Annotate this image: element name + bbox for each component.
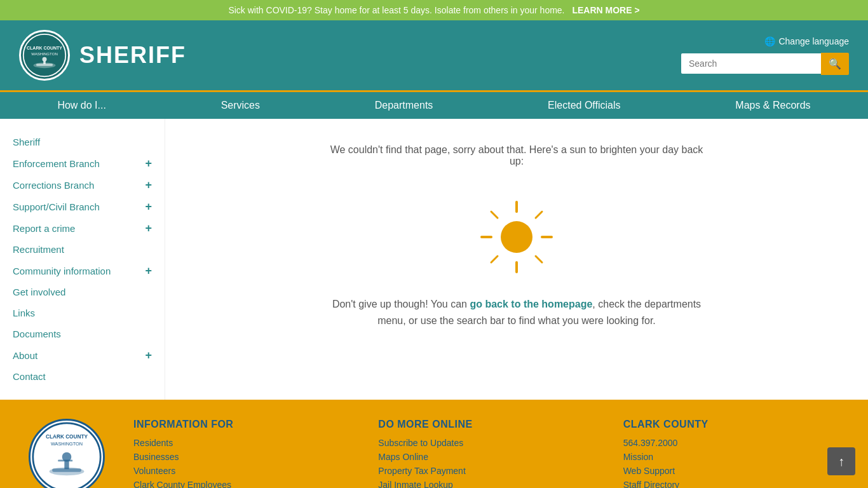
nav-elected-officials[interactable]: Elected Officials: [535, 92, 633, 119]
nav-how-do-i[interactable]: How do I...: [44, 92, 118, 119]
sun-svg: [478, 199, 555, 275]
sidebar-item-links[interactable]: Links: [0, 302, 165, 323]
svg-rect-23: [58, 460, 72, 462]
footer-phone: 564.397.2000: [623, 438, 843, 448]
footer-logo: CLARK COUNTY WASHINGTON proud past, prom…: [25, 419, 108, 488]
svg-line-12: [536, 256, 542, 262]
nav-services[interactable]: Services: [208, 92, 273, 119]
svg-line-13: [536, 212, 542, 218]
footer-link-employees[interactable]: Clark County Employees: [133, 480, 353, 488]
expand-about[interactable]: +: [145, 349, 152, 361]
expand-support-civil[interactable]: +: [145, 201, 152, 212]
error-message: We couldn't find that page, sorry about …: [326, 144, 707, 167]
language-link[interactable]: 🌐 Change language: [764, 36, 849, 46]
sidebar-item-contact[interactable]: Contact: [0, 366, 165, 387]
footer-link-jail-lookup[interactable]: Jail Inmate Lookup: [378, 480, 597, 488]
svg-text:WASHINGTON: WASHINGTON: [51, 441, 83, 447]
sidebar-item-community[interactable]: Community information +: [0, 260, 165, 281]
sidebar-item-report-crime[interactable]: Report a crime +: [0, 217, 165, 239]
sidebar-item-documents[interactable]: Documents: [0, 323, 165, 344]
header: CLARK COUNTY WASHINGTON SHERIFF 🌐 Change…: [0, 20, 868, 90]
sidebar-item-corrections[interactable]: Corrections Branch +: [0, 174, 165, 196]
footer-clark-col: CLARK COUNTY 564.397.2000 Mission Web Su…: [623, 419, 843, 488]
footer-link-maps-online[interactable]: Maps Online: [378, 452, 597, 462]
main-nav: How do I... Services Departments Elected…: [0, 90, 868, 119]
expand-corrections[interactable]: +: [145, 179, 152, 191]
redirect-part1: Don't give up though! You can: [332, 299, 470, 309]
footer-link-property-tax[interactable]: Property Tax Payment: [378, 466, 597, 476]
sidebar-item-about[interactable]: About +: [0, 344, 165, 366]
svg-text:WASHINGTON: WASHINGTON: [31, 51, 58, 56]
footer-online-heading: DO MORE ONLINE: [378, 419, 597, 430]
footer-info-col: INFORMATION FOR Residents Businesses Vol…: [133, 419, 353, 488]
svg-point-15: [501, 221, 532, 253]
footer-link-volunteers[interactable]: Volunteers: [133, 466, 353, 476]
search-bar: 🔍: [681, 53, 849, 75]
footer-logo-circle: CLARK COUNTY WASHINGTON: [29, 419, 105, 488]
search-input[interactable]: [681, 53, 821, 74]
footer-link-residents[interactable]: Residents: [133, 438, 353, 448]
footer-link-staff-directory[interactable]: Staff Directory: [623, 480, 843, 488]
expand-community[interactable]: +: [145, 265, 152, 276]
svg-text:CLARK COUNTY: CLARK COUNTY: [27, 46, 62, 50]
nav-maps-records[interactable]: Maps & Records: [722, 92, 823, 119]
footer-link-subscribe[interactable]: Subscribe to Updates: [378, 438, 597, 448]
nav-departments[interactable]: Departments: [362, 92, 446, 119]
sidebar-item-recruitment[interactable]: Recruitment: [0, 239, 165, 260]
svg-rect-22: [64, 461, 69, 469]
search-button[interactable]: 🔍: [821, 53, 849, 75]
content-area: Sheriff Enforcement Branch + Corrections…: [0, 119, 868, 400]
expand-report-crime[interactable]: +: [145, 222, 152, 234]
footer-logo-svg: CLARK COUNTY WASHINGTON: [32, 422, 102, 488]
svg-line-14: [491, 256, 498, 262]
logo[interactable]: CLARK COUNTY WASHINGTON: [19, 30, 70, 81]
svg-text:CLARK COUNTY: CLARK COUNTY: [46, 434, 88, 440]
footer-online-col: DO MORE ONLINE Subscribe to Updates Maps…: [378, 419, 597, 488]
footer-clark-heading: CLARK COUNTY: [623, 419, 843, 430]
footer-link-mission[interactable]: Mission: [623, 452, 843, 462]
footer-info-heading: INFORMATION FOR: [133, 419, 353, 430]
sidebar: Sheriff Enforcement Branch + Corrections…: [0, 119, 165, 400]
site-title: SHERIFF: [79, 42, 186, 69]
footer: CLARK COUNTY WASHINGTON proud past, prom…: [0, 400, 868, 488]
sun-graphic: [478, 199, 555, 277]
sidebar-item-enforcement[interactable]: Enforcement Branch +: [0, 152, 165, 174]
svg-point-5: [43, 57, 47, 62]
sidebar-item-get-involved[interactable]: Get involved: [0, 281, 165, 302]
svg-rect-6: [43, 61, 46, 64]
homepage-link[interactable]: go back to the homepage: [470, 299, 592, 309]
back-to-top-button[interactable]: ↑: [827, 447, 855, 475]
expand-enforcement[interactable]: +: [145, 158, 152, 169]
learn-more-link[interactable]: LEARN MORE >: [572, 5, 639, 15]
footer-link-businesses[interactable]: Businesses: [133, 452, 353, 462]
covid-message: Sick with COVID-19? Stay home for at lea…: [228, 5, 564, 15]
logo-image: CLARK COUNTY WASHINGTON: [22, 33, 67, 78]
redirect-text: Don't give up though! You can go back to…: [326, 296, 707, 329]
globe-icon: 🌐: [764, 36, 775, 46]
svg-line-11: [491, 212, 498, 218]
header-left: CLARK COUNTY WASHINGTON SHERIFF: [19, 30, 186, 81]
sidebar-item-support-civil[interactable]: Support/Civil Branch +: [0, 196, 165, 217]
header-right: 🌐 Change language 🔍: [681, 36, 849, 75]
main-content: We couldn't find that page, sorry about …: [165, 119, 868, 400]
covid-banner: Sick with COVID-19? Stay home for at lea…: [0, 0, 868, 20]
footer-link-web-support[interactable]: Web Support: [623, 466, 843, 476]
sidebar-item-sheriff[interactable]: Sheriff: [0, 132, 165, 152]
